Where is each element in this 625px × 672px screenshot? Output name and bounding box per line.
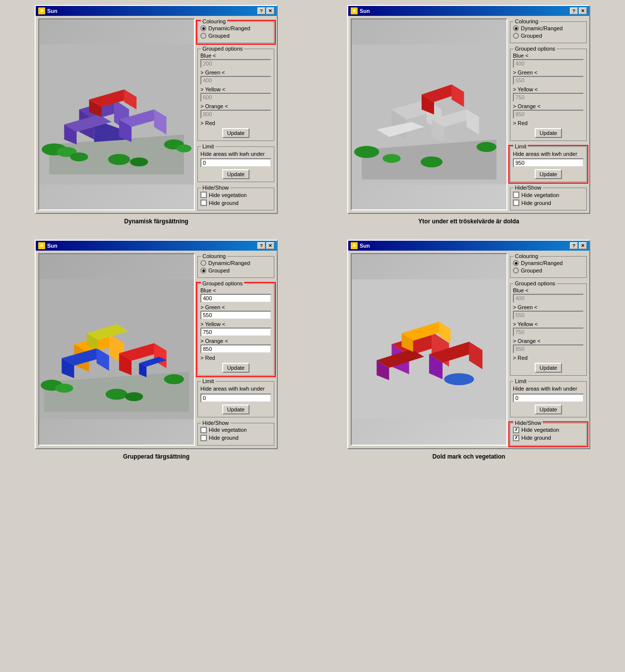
dynamic-ranged-radio-ss2[interactable] [513,25,519,31]
veg-checkbox-row-ss2[interactable]: Hide vegetation [513,192,584,198]
veg-label-ss4: Hide vegetation [521,427,559,433]
ground-checkbox-ss3[interactable] [200,435,207,441]
grouped-radio-ss1[interactable] [200,33,206,39]
svg-point-5 [177,144,191,152]
grouped-options-group-ss4: Grouped options Blue < > Green < > Yello… [510,283,587,376]
dynamic-ranged-radio-ss1[interactable] [200,25,206,31]
yellow-input-ss3[interactable] [200,328,271,336]
blue-input-ss3[interactable] [200,294,271,303]
blue-label-ss1: Blue < [200,53,271,59]
colouring-legend-ss1: Colouring [201,18,227,24]
grouped-radio-ss2[interactable] [513,33,519,39]
grouped-options-legend-ss1: Grouped options [201,46,244,52]
win-content-ss1: Colouring Dynamic/Ranged Grouped [36,16,277,213]
grouped-options-legend-ss4: Grouped options [513,280,557,286]
ground-checkbox-ss1[interactable] [200,200,207,206]
dynamic-ranged-row-ss4[interactable]: Dynamic/Ranged [513,260,584,266]
caption-ss3: Grupperad färgsättning [123,453,189,460]
yellow-label-ss3: > Yellow < [200,321,271,327]
hide-show-legend-ss1: Hide/Show [201,185,230,191]
svg-point-37 [421,156,442,167]
close-button-ss1[interactable]: ✕ [266,7,274,14]
grouped-row-ss3[interactable]: Grouped [200,268,271,273]
orange-input-ss3[interactable] [200,344,271,353]
help-button-ss1[interactable]: ? [257,7,265,14]
veg-checkbox-ss4[interactable]: ✗ [513,427,519,433]
limit-update-button-ss3[interactable]: Update [222,404,250,414]
limit-update-button-ss1[interactable]: Update [222,169,250,179]
grouped-row-ss4[interactable]: Grouped [513,268,584,273]
right-panel-ss1: Colouring Dynamic/Ranged Grouped [197,18,274,210]
dynamic-ranged-row-ss1[interactable]: Dynamic/Ranged [200,25,271,31]
main-grid: ☀ Sun ? ✕ [5,5,620,460]
blue-input-ss1 [200,59,271,68]
window-ss3: ☀ Sun ? ✕ [35,240,278,449]
hide-areas-label-ss1: Hide areas with kwh under [200,150,271,157]
grouped-row-ss1[interactable]: Grouped [200,33,271,39]
hide-show-legend-ss2: Hide/Show [513,185,543,191]
yellow-label-ss1: > Yellow < [200,86,271,92]
dynamic-ranged-row-ss2[interactable]: Dynamic/Ranged [513,25,584,31]
title-label-ss2: Sun [360,8,370,14]
win-content-ss2: Colouring Dynamic/Ranged Grouped [348,16,589,213]
orange-input-ss1 [200,110,271,119]
grouped-radio-ss3[interactable] [200,268,206,273]
ground-checkbox-row-ss2[interactable]: Hide ground [513,200,584,206]
limit-legend-ss3: Limit [201,378,215,384]
limit-input-ss4[interactable] [513,394,584,403]
dynamic-ranged-radio-ss4[interactable] [513,260,519,266]
veg-checkbox-row-ss3[interactable]: Hide vegetation [200,427,271,433]
veg-checkbox-row-ss4[interactable]: ✗ Hide vegetation [513,427,584,433]
yellow-label-ss4: > Yellow < [513,321,584,327]
grouped-update-button-ss3[interactable]: Update [222,363,250,373]
veg-checkbox-ss3[interactable] [200,427,207,433]
close-button-ss3[interactable]: ✕ [266,242,274,249]
hide-show-legend-ss3: Hide/Show [201,420,230,426]
caption-ss4: Dold mark och vegetation [433,453,505,460]
veg-checkbox-ss1[interactable] [200,192,207,198]
colouring-legend-ss4: Colouring [513,253,540,259]
svg-point-54 [106,389,127,400]
ground-checkbox-row-ss3[interactable]: Hide ground [200,435,271,441]
close-button-ss4[interactable]: ✕ [579,242,587,249]
caption-ss2: Ytor under ett tröskelvärde är dolda [418,218,519,225]
dynamic-ranged-radio-ss3[interactable] [200,260,206,266]
green-input-ss3[interactable] [200,311,271,320]
limit-input-ss2[interactable] [513,158,584,167]
grouped-row-ss2[interactable]: Grouped [513,33,584,39]
yellow-label-ss2: > Yellow < [513,86,584,92]
ground-checkbox-row-ss1[interactable]: Hide ground [200,200,271,206]
dynamic-ranged-row-ss3[interactable]: Dynamic/Ranged [200,260,271,266]
cell-ss1: ☀ Sun ? ✕ [5,5,308,225]
limit-input-ss3[interactable] [200,394,271,403]
limit-input-ss1[interactable] [200,158,271,167]
red-label-ss4: > Red [513,355,584,361]
ground-label-ss3: Hide ground [209,435,239,441]
limit-update-button-ss2[interactable]: Update [535,169,562,179]
ground-checkbox-ss4[interactable]: ✗ [513,435,519,441]
ground-label-ss4: Hide ground [521,435,551,441]
ground-label-ss2: Hide ground [521,200,551,206]
veg-checkbox-ss2[interactable] [513,192,519,198]
help-button-ss2[interactable]: ? [570,7,578,14]
cell-ss2: ☀ Sun ? ✕ [317,5,620,225]
cell-ss4: ☀ Sun ? ✕ [317,240,620,460]
close-button-ss2[interactable]: ✕ [579,7,587,14]
limit-group-ss1: Limit Hide areas with kwh under Update [197,146,274,182]
grouped-update-button-ss2: Update [535,128,562,138]
help-button-ss4[interactable]: ? [570,242,578,249]
cell-ss3: ☀ Sun ? ✕ [5,240,308,460]
help-button-ss3[interactable]: ? [257,242,265,249]
ground-checkbox-ss2[interactable] [513,200,519,206]
blue-input-ss4 [513,294,584,303]
right-panel-ss3: Colouring Dynamic/Ranged Grouped [197,253,274,445]
svg-point-67 [444,373,474,385]
veg-checkbox-row-ss1[interactable]: Hide vegetation [200,192,271,198]
blue-input-ss2 [513,59,584,68]
limit-update-button-ss4[interactable]: Update [535,404,562,414]
grouped-radio-ss4[interactable] [513,268,519,273]
ground-checkbox-row-ss4[interactable]: ✗ Hide ground [513,435,584,441]
hide-show-group-ss1: Hide/Show Hide vegetation Hide ground [197,188,274,210]
dynamic-ranged-label-ss3: Dynamic/Ranged [208,260,250,266]
hide-show-group-ss2: Hide/Show Hide vegetation Hide ground [510,188,587,210]
